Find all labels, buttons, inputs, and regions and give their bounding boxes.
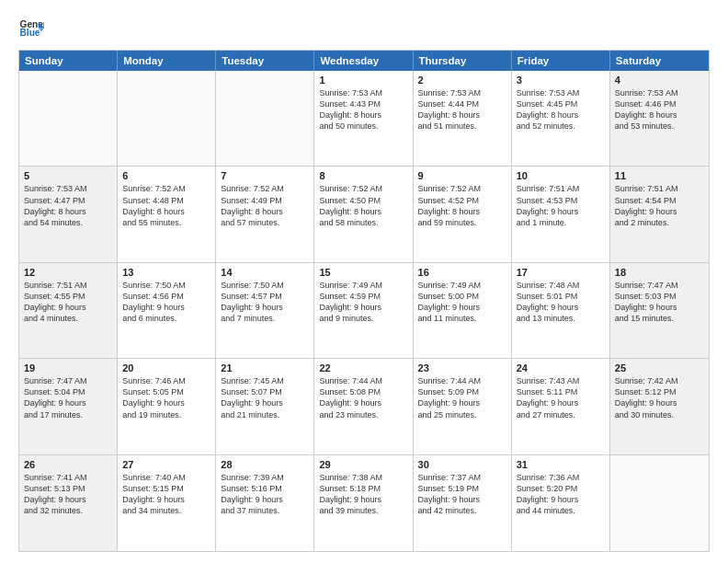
cell-info: Sunrise: 7:49 AM Sunset: 4:59 PM Dayligh… xyxy=(319,280,407,325)
cell-info: Sunrise: 7:53 AM Sunset: 4:44 PM Dayligh… xyxy=(418,87,506,132)
cell-info: Sunrise: 7:49 AM Sunset: 5:00 PM Dayligh… xyxy=(418,280,506,325)
cell-info: Sunrise: 7:53 AM Sunset: 4:43 PM Dayligh… xyxy=(319,87,407,132)
calendar-cell-day-16: 16Sunrise: 7:49 AM Sunset: 5:00 PM Dayli… xyxy=(414,263,512,358)
calendar-cell-day-3: 3Sunrise: 7:53 AM Sunset: 4:45 PM Daylig… xyxy=(512,71,610,166)
calendar-row-4: 26Sunrise: 7:41 AM Sunset: 5:13 PM Dayli… xyxy=(19,455,709,551)
calendar-cell-day-4: 4Sunrise: 7:53 AM Sunset: 4:46 PM Daylig… xyxy=(610,71,709,166)
calendar-cell-day-9: 9Sunrise: 7:52 AM Sunset: 4:52 PM Daylig… xyxy=(414,167,512,261)
calendar-cell-day-1: 1Sunrise: 7:53 AM Sunset: 4:43 PM Daylig… xyxy=(314,71,413,166)
cell-info: Sunrise: 7:50 AM Sunset: 4:56 PM Dayligh… xyxy=(122,280,210,325)
calendar-cell-empty xyxy=(19,71,118,166)
calendar-cell-day-10: 10Sunrise: 7:51 AM Sunset: 4:53 PM Dayli… xyxy=(512,167,610,261)
day-number: 11 xyxy=(615,170,704,181)
day-number: 23 xyxy=(418,362,506,373)
day-number: 10 xyxy=(517,170,605,181)
calendar-cell-day-19: 19Sunrise: 7:47 AM Sunset: 5:04 PM Dayli… xyxy=(19,359,118,454)
calendar-cell-day-12: 12Sunrise: 7:51 AM Sunset: 4:55 PM Dayli… xyxy=(19,263,118,358)
cell-info: Sunrise: 7:52 AM Sunset: 4:48 PM Dayligh… xyxy=(122,183,210,228)
day-number: 5 xyxy=(24,170,112,181)
calendar-body: 1Sunrise: 7:53 AM Sunset: 4:43 PM Daylig… xyxy=(19,71,709,551)
calendar-row-2: 12Sunrise: 7:51 AM Sunset: 4:55 PM Dayli… xyxy=(19,263,709,359)
calendar-cell-day-20: 20Sunrise: 7:46 AM Sunset: 5:05 PM Dayli… xyxy=(118,359,216,454)
cell-info: Sunrise: 7:40 AM Sunset: 5:15 PM Dayligh… xyxy=(122,472,210,517)
calendar-cell-day-23: 23Sunrise: 7:44 AM Sunset: 5:09 PM Dayli… xyxy=(414,359,512,454)
day-number: 18 xyxy=(615,267,704,278)
calendar-cell-day-31: 31Sunrise: 7:36 AM Sunset: 5:20 PM Dayli… xyxy=(512,455,610,551)
calendar-cell-day-26: 26Sunrise: 7:41 AM Sunset: 5:13 PM Dayli… xyxy=(19,455,118,551)
calendar-cell-day-5: 5Sunrise: 7:53 AM Sunset: 4:47 PM Daylig… xyxy=(19,167,118,261)
day-number: 7 xyxy=(221,170,309,181)
day-number: 24 xyxy=(517,362,605,373)
calendar-row-3: 19Sunrise: 7:47 AM Sunset: 5:04 PM Dayli… xyxy=(19,359,709,454)
cell-info: Sunrise: 7:45 AM Sunset: 5:07 PM Dayligh… xyxy=(221,375,309,420)
day-number: 20 xyxy=(122,362,210,373)
cell-info: Sunrise: 7:53 AM Sunset: 4:45 PM Dayligh… xyxy=(517,87,605,132)
page: General Blue SundayMondayTuesdayWednesda… xyxy=(0,0,728,563)
calendar-cell-day-11: 11Sunrise: 7:51 AM Sunset: 4:54 PM Dayli… xyxy=(610,167,709,261)
day-number: 25 xyxy=(615,362,704,373)
calendar-cell-day-18: 18Sunrise: 7:47 AM Sunset: 5:03 PM Dayli… xyxy=(610,263,709,358)
day-number: 8 xyxy=(319,170,407,181)
cell-info: Sunrise: 7:53 AM Sunset: 4:46 PM Dayligh… xyxy=(615,87,704,132)
day-number: 4 xyxy=(615,75,704,86)
cell-info: Sunrise: 7:47 AM Sunset: 5:04 PM Dayligh… xyxy=(24,375,112,420)
cell-info: Sunrise: 7:44 AM Sunset: 5:09 PM Dayligh… xyxy=(418,375,506,420)
cell-info: Sunrise: 7:52 AM Sunset: 4:52 PM Dayligh… xyxy=(418,183,506,228)
calendar-row-1: 5Sunrise: 7:53 AM Sunset: 4:47 PM Daylig… xyxy=(19,167,709,262)
cell-info: Sunrise: 7:38 AM Sunset: 5:18 PM Dayligh… xyxy=(319,472,407,517)
day-number: 13 xyxy=(122,267,210,278)
day-number: 30 xyxy=(418,459,506,470)
cell-info: Sunrise: 7:36 AM Sunset: 5:20 PM Dayligh… xyxy=(517,472,605,517)
logo-icon: General Blue xyxy=(18,15,44,40)
calendar-cell-day-8: 8Sunrise: 7:52 AM Sunset: 4:50 PM Daylig… xyxy=(314,167,413,261)
day-number: 17 xyxy=(517,267,605,278)
cell-info: Sunrise: 7:52 AM Sunset: 4:49 PM Dayligh… xyxy=(221,183,309,228)
calendar-cell-day-28: 28Sunrise: 7:39 AM Sunset: 5:16 PM Dayli… xyxy=(216,455,314,551)
cell-info: Sunrise: 7:51 AM Sunset: 4:54 PM Dayligh… xyxy=(615,183,704,228)
calendar-cell-day-22: 22Sunrise: 7:44 AM Sunset: 5:08 PM Dayli… xyxy=(314,359,413,454)
calendar-cell-day-13: 13Sunrise: 7:50 AM Sunset: 4:56 PM Dayli… xyxy=(118,263,216,358)
svg-text:Blue: Blue xyxy=(20,28,40,38)
calendar-cell-day-24: 24Sunrise: 7:43 AM Sunset: 5:11 PM Dayli… xyxy=(512,359,610,454)
cell-info: Sunrise: 7:52 AM Sunset: 4:50 PM Dayligh… xyxy=(319,183,407,228)
weekday-header-friday: Friday xyxy=(512,51,610,71)
calendar-cell-day-7: 7Sunrise: 7:52 AM Sunset: 4:49 PM Daylig… xyxy=(216,167,314,261)
weekday-header-wednesday: Wednesday xyxy=(314,51,413,71)
day-number: 21 xyxy=(221,362,309,373)
calendar-cell-day-14: 14Sunrise: 7:50 AM Sunset: 4:57 PM Dayli… xyxy=(216,263,314,358)
calendar-cell-empty xyxy=(118,71,216,166)
cell-info: Sunrise: 7:53 AM Sunset: 4:47 PM Dayligh… xyxy=(24,183,112,228)
day-number: 6 xyxy=(122,170,210,181)
weekday-header-tuesday: Tuesday xyxy=(216,51,314,71)
calendar-cell-day-6: 6Sunrise: 7:52 AM Sunset: 4:48 PM Daylig… xyxy=(118,167,216,261)
cell-info: Sunrise: 7:51 AM Sunset: 4:55 PM Dayligh… xyxy=(24,280,112,325)
calendar-header: SundayMondayTuesdayWednesdayThursdayFrid… xyxy=(19,51,709,71)
day-number: 16 xyxy=(418,267,506,278)
calendar-cell-empty xyxy=(610,455,709,551)
calendar-cell-day-27: 27Sunrise: 7:40 AM Sunset: 5:15 PM Dayli… xyxy=(118,455,216,551)
cell-info: Sunrise: 7:44 AM Sunset: 5:08 PM Dayligh… xyxy=(319,375,407,420)
day-number: 2 xyxy=(418,75,506,86)
calendar-cell-day-17: 17Sunrise: 7:48 AM Sunset: 5:01 PM Dayli… xyxy=(512,263,610,358)
calendar-cell-day-29: 29Sunrise: 7:38 AM Sunset: 5:18 PM Dayli… xyxy=(314,455,413,551)
calendar: SundayMondayTuesdayWednesdayThursdayFrid… xyxy=(18,50,710,552)
day-number: 27 xyxy=(122,459,210,470)
calendar-cell-day-15: 15Sunrise: 7:49 AM Sunset: 4:59 PM Dayli… xyxy=(314,263,413,358)
day-number: 19 xyxy=(24,362,112,373)
day-number: 22 xyxy=(319,362,407,373)
day-number: 26 xyxy=(24,459,112,470)
day-number: 14 xyxy=(221,267,309,278)
calendar-cell-empty xyxy=(216,71,314,166)
day-number: 28 xyxy=(221,459,309,470)
logo: General Blue xyxy=(18,15,44,40)
cell-info: Sunrise: 7:50 AM Sunset: 4:57 PM Dayligh… xyxy=(221,280,309,325)
day-number: 3 xyxy=(517,75,605,86)
day-number: 29 xyxy=(319,459,407,470)
cell-info: Sunrise: 7:48 AM Sunset: 5:01 PM Dayligh… xyxy=(517,280,605,325)
calendar-row-0: 1Sunrise: 7:53 AM Sunset: 4:43 PM Daylig… xyxy=(19,71,709,167)
cell-info: Sunrise: 7:39 AM Sunset: 5:16 PM Dayligh… xyxy=(221,472,309,517)
cell-info: Sunrise: 7:51 AM Sunset: 4:53 PM Dayligh… xyxy=(517,183,605,228)
weekday-header-thursday: Thursday xyxy=(414,51,512,71)
day-number: 15 xyxy=(319,267,407,278)
cell-info: Sunrise: 7:46 AM Sunset: 5:05 PM Dayligh… xyxy=(122,375,210,420)
